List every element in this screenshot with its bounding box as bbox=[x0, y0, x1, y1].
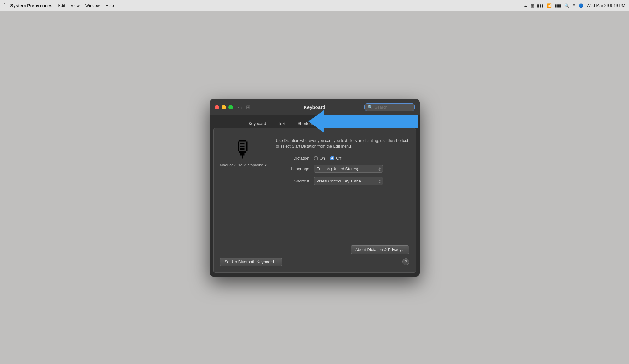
menu-window[interactable]: Window bbox=[85, 3, 100, 8]
search-icon: 🔍 bbox=[368, 105, 373, 109]
microphone-icon: 🎙 bbox=[232, 138, 255, 160]
dictation-field-label: Dictation: bbox=[276, 156, 311, 160]
menu-edit[interactable]: Edit bbox=[58, 3, 65, 8]
menu-help[interactable]: Help bbox=[105, 3, 114, 8]
clock-icon: ▮▮▮ bbox=[555, 3, 561, 8]
dictation-toggle-row: Dictation: On Off bbox=[276, 156, 409, 160]
mic-label[interactable]: MacBook Pro Microphone ▾ bbox=[220, 163, 267, 167]
arrow-annotation bbox=[308, 110, 418, 133]
wifi-icon: 📶 bbox=[547, 3, 552, 8]
shortcut-dropdown-arrows-icon: ▴▾ bbox=[379, 178, 381, 184]
control-center-icon[interactable]: ⊞ bbox=[572, 3, 576, 8]
dictation-on-option[interactable]: On bbox=[314, 156, 325, 160]
search-menubar-icon[interactable]: 🔍 bbox=[564, 3, 569, 8]
menu-view[interactable]: View bbox=[71, 3, 80, 8]
language-value: English (United States) bbox=[317, 166, 358, 171]
language-field-label: Language: bbox=[276, 166, 311, 171]
minimize-button[interactable] bbox=[222, 105, 226, 109]
forward-arrow-icon[interactable]: › bbox=[241, 104, 242, 110]
mic-section: 🎙 MacBook Pro Microphone ▾ bbox=[220, 138, 267, 167]
apple-menu-icon[interactable]:  bbox=[4, 2, 6, 9]
about-dictation-button[interactable]: About Dictation & Privacy... bbox=[351, 245, 409, 254]
dictation-on-radio[interactable] bbox=[314, 156, 318, 160]
grid-icon[interactable]: ⊞ bbox=[246, 104, 250, 110]
menubar-right: ☁ ▦ ▮▮▮ 📶 ▮▮▮ 🔍 ⊞ 🔵 Wed Mar 29 9:19 PM bbox=[524, 3, 625, 8]
chevron-down-icon: ▾ bbox=[265, 163, 267, 167]
dictation-off-radio[interactable] bbox=[330, 156, 334, 160]
footer-row: Set Up Bluetooth Keyboard... ? bbox=[220, 258, 409, 266]
display-icon: ▦ bbox=[531, 3, 534, 8]
battery-icon: ▮▮▮ bbox=[537, 3, 544, 8]
description-text: Use Dictation wherever you can type text… bbox=[276, 138, 409, 150]
dictation-off-option[interactable]: Off bbox=[330, 156, 341, 160]
menubar:  System Preferences Edit View Window He… bbox=[0, 0, 629, 11]
tab-text[interactable]: Text bbox=[272, 119, 291, 128]
arrow-shape bbox=[308, 110, 418, 133]
dictation-off-label: Off bbox=[336, 156, 341, 160]
arrow-bar bbox=[323, 115, 418, 128]
desktop: ‹ › ⊞ Keyboard 🔍 Keyboard Text Shortcuts… bbox=[0, 11, 629, 364]
bluetooth-keyboard-button[interactable]: Set Up Bluetooth Keyboard... bbox=[220, 258, 282, 266]
back-arrow-icon[interactable]: ‹ bbox=[238, 104, 239, 110]
shortcut-dropdown[interactable]: Press Control Key Twice ▴▾ bbox=[314, 177, 383, 185]
window-title: Keyboard bbox=[304, 104, 325, 110]
language-row: Language: English (United States) ▴▾ bbox=[276, 165, 409, 173]
siri-icon[interactable]: 🔵 bbox=[579, 3, 583, 8]
close-button[interactable] bbox=[215, 105, 219, 109]
dictation-radio-group: On Off bbox=[314, 156, 341, 160]
clock: Wed Mar 29 9:19 PM bbox=[587, 3, 625, 8]
search-input[interactable] bbox=[375, 105, 411, 109]
traffic-lights bbox=[215, 105, 233, 109]
content-area: 🎙 MacBook Pro Microphone ▾ Use Dictation… bbox=[213, 128, 416, 273]
maximize-button[interactable] bbox=[228, 105, 233, 109]
settings-section: Use Dictation wherever you can type text… bbox=[276, 138, 409, 190]
shortcut-value: Press Control Key Twice bbox=[317, 179, 361, 183]
arrow-head-icon bbox=[308, 110, 324, 133]
shortcut-field-label: Shortcut: bbox=[276, 179, 311, 183]
nav-arrows: ‹ › bbox=[238, 104, 243, 110]
dictation-body: 🎙 MacBook Pro Microphone ▾ Use Dictation… bbox=[220, 138, 409, 190]
tab-keyboard[interactable]: Keyboard bbox=[243, 119, 272, 128]
help-button[interactable]: ? bbox=[402, 258, 409, 265]
language-dropdown[interactable]: English (United States) ▴▾ bbox=[314, 165, 383, 173]
icloud-icon: ☁ bbox=[524, 3, 527, 8]
shortcut-row: Shortcut: Press Control Key Twice ▴▾ bbox=[276, 177, 409, 185]
app-name[interactable]: System Preferences bbox=[10, 3, 53, 8]
dropdown-arrows-icon: ▴▾ bbox=[379, 166, 381, 172]
dictation-on-label: On bbox=[320, 156, 325, 160]
